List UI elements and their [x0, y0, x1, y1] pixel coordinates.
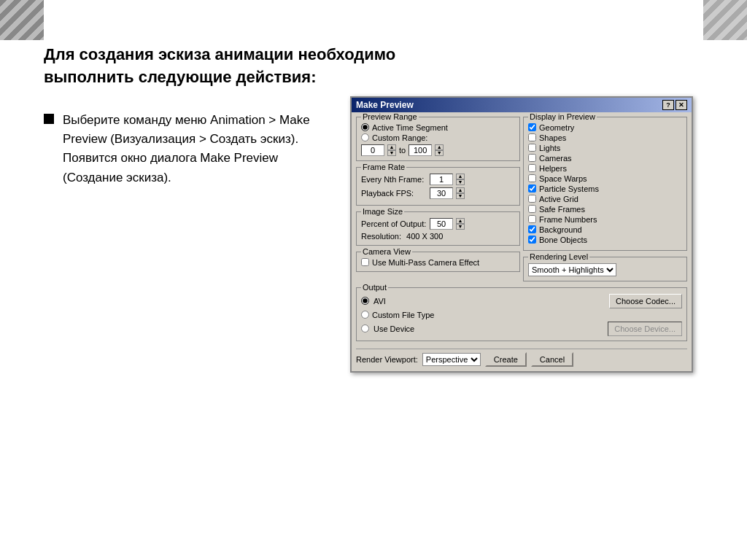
active-time-radio[interactable] [361, 123, 369, 131]
custom-range-row: Custom Range: [361, 133, 515, 142]
custom-file-radio[interactable] [361, 311, 369, 319]
output-label: Output [361, 283, 388, 292]
corner-decoration-tr [703, 0, 747, 40]
right-column: Display in Preview Geometry Shapes [523, 117, 687, 284]
titlebar-buttons: ? ✕ [662, 100, 687, 110]
pct-spin-up[interactable]: ▲ [456, 218, 465, 224]
custom-file-label: Custom File Type [372, 311, 434, 319]
particle-systems-checkbox[interactable] [528, 184, 536, 192]
frame-numbers-checkbox[interactable] [528, 215, 536, 223]
display-preview-label: Display in Preview [528, 112, 597, 121]
choose-codec-button[interactable]: Choose Codec... [609, 294, 682, 308]
nth-spin-up[interactable]: ▲ [456, 174, 465, 179]
left-column: Preview Range Active Time Segment Custom… [356, 117, 520, 284]
viewport-dropdown[interactable]: Perspective [422, 353, 481, 366]
bullet-item: Выберите команду меню Animation > Make P… [44, 111, 321, 187]
active-time-row: Active Time Segment [361, 123, 515, 132]
to-spin-up[interactable]: ▲ [435, 144, 444, 150]
image-size-label: Image Size [361, 207, 404, 216]
nth-spin-down[interactable]: ▼ [456, 179, 465, 185]
page-title: Для создания эскиза анимации необходимо … [44, 44, 703, 89]
custom-range-radio[interactable] [361, 133, 369, 141]
fps-spinners: ▲ ▼ [456, 187, 465, 199]
choose-device-button[interactable]: Choose Device... [608, 322, 682, 336]
active-time-label: Active Time Segment [372, 123, 448, 132]
nth-frame-label: Every Nth Frame: [361, 175, 427, 184]
safe-frames-checkbox[interactable] [528, 205, 536, 213]
preview-range-label: Preview Range [361, 112, 419, 121]
to-spin-down[interactable]: ▼ [435, 150, 444, 156]
space-warps-row: Space Warps [528, 174, 682, 183]
bone-objects-label: Bone Objects [539, 236, 587, 244]
display-preview-group: Display in Preview Geometry Shapes [523, 117, 687, 251]
close-button[interactable]: ✕ [676, 100, 687, 110]
helpers-checkbox[interactable] [528, 164, 536, 172]
frame-numbers-row: Frame Numbers [528, 215, 682, 224]
lights-row: Lights [528, 144, 682, 152]
lights-label: Lights [539, 144, 560, 152]
helpers-label: Helpers [539, 164, 567, 173]
nth-frame-input[interactable] [430, 174, 453, 185]
multi-pass-label: Use Multi-Pass Camera Effect [372, 258, 479, 267]
fps-label: Playback FPS: [361, 189, 427, 198]
shapes-checkbox[interactable] [528, 133, 536, 141]
use-device-row: Use Device [361, 324, 414, 333]
create-button[interactable]: Create [485, 352, 527, 367]
range-spinner-row: ▲ ▼ to ▲ ▼ [361, 144, 515, 156]
active-grid-checkbox[interactable] [528, 195, 536, 203]
fps-spin-down[interactable]: ▼ [456, 193, 465, 199]
geometry-checkbox[interactable] [528, 123, 536, 131]
bottom-bar: Render Viewport: Perspective Create Canc… [356, 349, 687, 367]
fps-spin-up[interactable]: ▲ [456, 187, 465, 193]
geometry-row: Geometry [528, 123, 682, 132]
use-device-label: Use Device [374, 324, 414, 333]
dialog-body: Preview Range Active Time Segment Custom… [352, 112, 692, 371]
rendering-level-dropdown[interactable]: Smooth + Highlights [528, 263, 616, 276]
active-grid-label: Active Grid [539, 195, 578, 203]
text-area: Выберите команду меню Animation > Make P… [44, 111, 321, 387]
camera-checkbox-row: Use Multi-Pass Camera Effect [361, 258, 515, 267]
range-to-input[interactable] [409, 144, 432, 156]
make-preview-dialog: Make Preview ? ✕ Preview Range [350, 96, 693, 373]
help-button[interactable]: ? [662, 100, 674, 110]
to-spinners: ▲ ▼ [435, 144, 444, 156]
cameras-label: Cameras [539, 154, 572, 163]
percent-input[interactable] [430, 218, 453, 230]
frame-rate-group: Frame Rate Every Nth Frame: ▲ ▼ [356, 167, 520, 206]
space-warps-checkbox[interactable] [528, 174, 536, 182]
particle-systems-label: Particle Systems [539, 184, 599, 193]
corner-decoration-tl [0, 0, 44, 40]
use-device-radio[interactable] [361, 324, 369, 332]
background-row: Background [528, 225, 682, 234]
from-spin-up[interactable]: ▲ [387, 144, 396, 150]
safe-frames-row: Safe Frames [528, 205, 682, 214]
fps-row: Playback FPS: ▲ ▼ [361, 187, 515, 199]
rendering-dropdown-row: Smooth + Highlights [528, 263, 682, 276]
percent-label: Percent of Output: [361, 219, 427, 228]
cancel-button[interactable]: Cancel [531, 352, 573, 367]
multi-pass-checkbox[interactable] [361, 258, 369, 266]
nth-frame-row: Every Nth Frame: ▲ ▼ [361, 174, 515, 185]
percent-row: Percent of Output: ▲ ▼ [361, 218, 515, 230]
render-viewport-label: Render Viewport: [356, 355, 418, 364]
resolution-value: 400 X 300 [406, 232, 443, 241]
camera-view-label: Camera View [361, 247, 412, 256]
from-spinners: ▲ ▼ [387, 144, 396, 156]
nth-spinners: ▲ ▼ [456, 174, 465, 185]
avi-row: AVI [361, 297, 386, 306]
pct-spin-down[interactable]: ▼ [456, 224, 465, 230]
bone-objects-checkbox[interactable] [528, 236, 536, 244]
from-spin-down[interactable]: ▼ [387, 150, 396, 156]
cameras-checkbox[interactable] [528, 154, 536, 162]
dialog-titlebar: Make Preview ? ✕ [352, 98, 692, 112]
background-checkbox[interactable] [528, 225, 536, 233]
space-warps-label: Space Warps [539, 174, 587, 183]
cameras-row: Cameras [528, 154, 682, 163]
geometry-label: Geometry [539, 123, 574, 132]
fps-input[interactable] [430, 187, 453, 199]
lights-checkbox[interactable] [528, 144, 536, 152]
to-label: to [399, 146, 406, 155]
range-from-input[interactable] [361, 144, 384, 156]
avi-radio[interactable] [361, 297, 369, 305]
frame-numbers-label: Frame Numbers [539, 215, 597, 224]
